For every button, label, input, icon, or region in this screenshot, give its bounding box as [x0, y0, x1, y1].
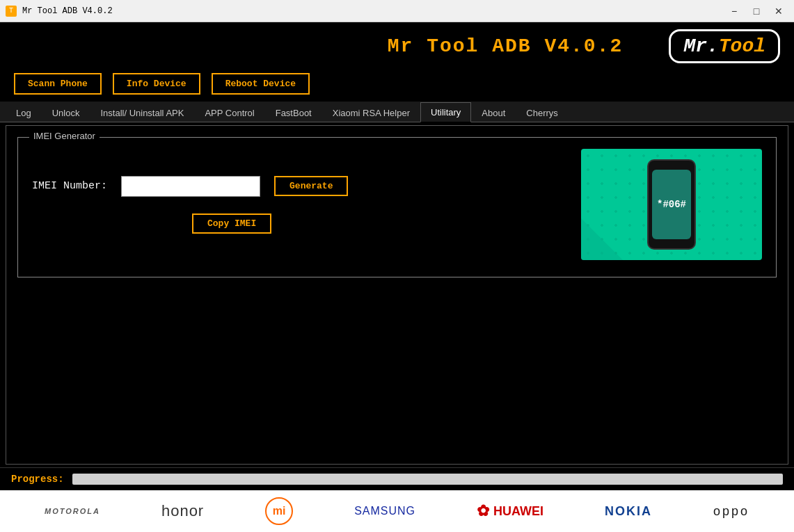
imei-number-label: IMEI Number:: [32, 180, 107, 192]
tab-cherrys[interactable]: Cherrys: [516, 103, 569, 122]
copy-imei-button[interactable]: Copy IMEI: [192, 213, 271, 234]
imei-form-area: IMEI Number: Generate Copy IMEI: [32, 176, 348, 234]
imei-number-input[interactable]: [121, 176, 260, 197]
top-buttons-row: Scann Phone Info Device Reboot Device: [0, 70, 794, 102]
minimize-button[interactable]: −: [724, 3, 744, 19]
logo-tool-text: Tool: [719, 35, 765, 57]
main-content: IMEI Generator IMEI Number: Generate Cop…: [6, 125, 788, 465]
brand-nokia: NOKIA: [605, 504, 652, 519]
tab-xiaomi-rsa-helper[interactable]: Xiaomi RSA Helper: [322, 103, 420, 122]
brand-samsung: SAMSUNG: [354, 505, 415, 517]
tab-about[interactable]: About: [471, 103, 516, 122]
tab-fastboot[interactable]: FastBoot: [265, 103, 322, 122]
copy-imei-row: Copy IMEI: [32, 213, 348, 234]
reboot-device-button[interactable]: Reboot Device: [212, 73, 310, 95]
imei-generator-legend: IMEI Generator: [29, 131, 100, 141]
tab-log[interactable]: Log: [6, 103, 42, 122]
close-button[interactable]: ✕: [769, 3, 788, 19]
phone-image-area: *#06#: [581, 149, 762, 260]
title-bar-left: T Mr Tool ADB V4.0.2: [6, 6, 113, 17]
tab-install-uninstall-apk[interactable]: Install/ Uninstall APK: [90, 103, 194, 122]
logo-mr-text: Mr.: [683, 35, 718, 57]
imei-number-row: IMEI Number: Generate: [32, 176, 348, 197]
generate-button[interactable]: Generate: [274, 176, 348, 196]
title-bar: T Mr Tool ADB V4.0.2 − □ ✕: [0, 0, 794, 22]
window-title: Mr Tool ADB V4.0.2: [22, 6, 113, 16]
brand-oppo: oppo: [713, 504, 749, 519]
brands-bar: MOTOROLA honor mi SAMSUNG ✿ HUAWEI NOKIA…: [0, 490, 794, 532]
app-icon: T: [6, 6, 17, 17]
scan-phone-button[interactable]: Scann Phone: [14, 73, 102, 95]
tab-app-control[interactable]: APP Control: [194, 103, 264, 122]
logo-box: Mr. Tool: [669, 29, 780, 63]
maximize-button[interactable]: □: [747, 3, 766, 19]
huawei-icon: ✿: [477, 502, 489, 520]
progress-label: Progress:: [11, 474, 64, 485]
phone-silhouette: *#06#: [647, 159, 696, 250]
huawei-text: HUAWEI: [493, 504, 543, 519]
tab-bar: Log Unlock Install/ Uninstall APK APP Co…: [0, 102, 794, 122]
app-container: Mr Tool ADB V4.0.2 Mr. Tool Scann Phone …: [0, 22, 794, 532]
app-header: Mr Tool ADB V4.0.2 Mr. Tool: [0, 22, 794, 70]
brand-honor: honor: [161, 502, 204, 520]
app-title: Mr Tool ADB V4.0.2: [342, 35, 669, 57]
brand-motorola: MOTOROLA: [45, 507, 100, 515]
progress-bar-container: [72, 474, 783, 485]
brand-mi: mi: [265, 497, 293, 525]
phone-code-text: *#06#: [657, 199, 686, 210]
phone-screen: *#06#: [652, 170, 691, 239]
progress-area: Progress:: [0, 467, 794, 490]
tab-utilitary[interactable]: Utilitary: [420, 102, 471, 122]
imei-generator-box: IMEI Generator IMEI Number: Generate Cop…: [17, 137, 777, 277]
tab-unlock[interactable]: Unlock: [42, 103, 90, 122]
info-device-button[interactable]: Info Device: [113, 73, 200, 95]
triangle-decor: [581, 218, 623, 260]
window-controls: − □ ✕: [724, 3, 788, 19]
brand-huawei: ✿ HUAWEI: [477, 502, 543, 520]
